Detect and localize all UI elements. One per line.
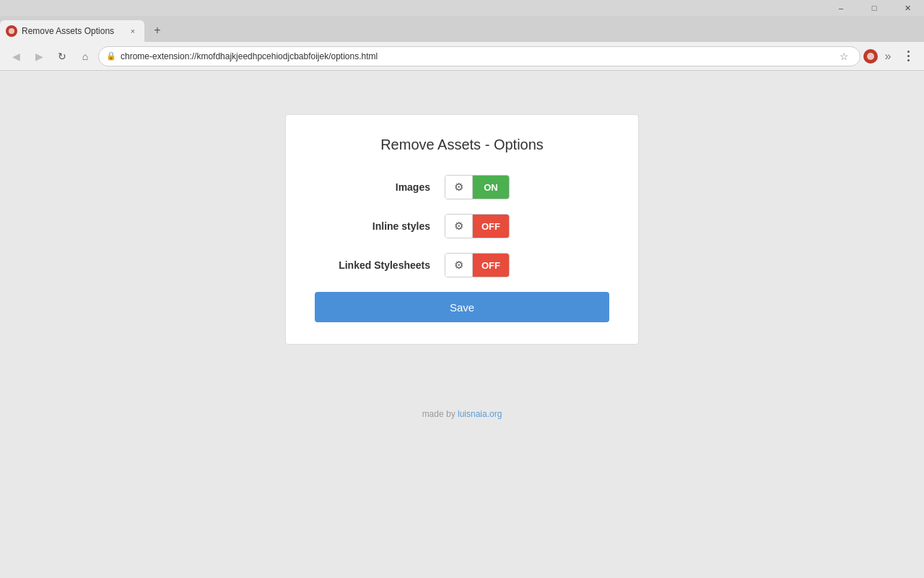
images-gear-button[interactable]: ⚙ bbox=[445, 176, 473, 199]
back-button[interactable]: ◀ bbox=[6, 46, 26, 66]
minimize-button[interactable]: – bbox=[824, 0, 858, 16]
inline-styles-gear-button[interactable]: ⚙ bbox=[445, 215, 473, 238]
footer-link[interactable]: luisnaia.org bbox=[458, 409, 502, 419]
images-toggle-group: ⚙ ON bbox=[445, 175, 510, 199]
tab-title: Remove Assets Options bbox=[22, 26, 123, 36]
tab-favicon bbox=[6, 25, 17, 37]
inline-styles-toggle-group: ⚙ OFF bbox=[445, 214, 510, 238]
lock-icon: 🔒 bbox=[106, 51, 116, 61]
extensions-more-icon[interactable]: » bbox=[879, 48, 897, 65]
inline-styles-toggle-button[interactable]: OFF bbox=[473, 215, 509, 238]
address-bar[interactable]: 🔒 chrome-extension://kmofdhajkjeedhpcehi… bbox=[98, 46, 860, 66]
linked-stylesheets-label: Linked Stylesheets bbox=[315, 259, 430, 271]
images-toggle-button[interactable]: ON bbox=[473, 176, 509, 199]
home-button[interactable]: ⌂ bbox=[75, 46, 95, 66]
browser-frame: – □ ✕ Remove Assets Options × + ◀ ▶ ↻ ⌂ … bbox=[0, 0, 924, 578]
toolbar: ◀ ▶ ↻ ⌂ 🔒 chrome-extension://kmofdhajkje… bbox=[0, 42, 924, 71]
page-content: Remove Assets - Options Images ⚙ ON Inli… bbox=[0, 71, 924, 578]
address-text: chrome-extension://kmofdhajkjeedhpcehiod… bbox=[121, 51, 831, 61]
new-tab-button[interactable]: + bbox=[147, 20, 167, 40]
option-row-inline-styles: Inline styles ⚙ OFF bbox=[315, 214, 609, 238]
options-card: Remove Assets - Options Images ⚙ ON Inli… bbox=[285, 114, 639, 345]
option-row-linked-stylesheets: Linked Stylesheets ⚙ OFF bbox=[315, 253, 609, 277]
dot-3 bbox=[907, 59, 910, 61]
reload-button[interactable]: ↻ bbox=[52, 46, 72, 66]
chrome-menu-button[interactable] bbox=[898, 46, 918, 66]
toolbar-right: » bbox=[863, 46, 918, 66]
linked-stylesheets-toggle-group: ⚙ OFF bbox=[445, 253, 510, 277]
linked-stylesheets-gear-button[interactable]: ⚙ bbox=[445, 254, 473, 277]
title-bar-controls: – □ ✕ bbox=[824, 0, 924, 16]
bookmark-star-icon[interactable]: ☆ bbox=[835, 48, 853, 65]
active-tab[interactable]: Remove Assets Options × bbox=[0, 20, 144, 42]
footer-prefix: made by bbox=[422, 409, 458, 419]
maximize-button[interactable]: □ bbox=[858, 0, 891, 16]
title-bar: – □ ✕ bbox=[0, 0, 924, 16]
inline-styles-label: Inline styles bbox=[315, 220, 430, 232]
forward-button[interactable]: ▶ bbox=[29, 46, 49, 66]
page-title: Remove Assets - Options bbox=[315, 137, 609, 153]
dot-1 bbox=[907, 51, 910, 53]
close-button[interactable]: ✕ bbox=[891, 0, 924, 16]
tab-close-button[interactable]: × bbox=[127, 25, 139, 37]
tab-bar: Remove Assets Options × + bbox=[0, 16, 924, 42]
save-button[interactable]: Save bbox=[315, 292, 609, 322]
images-label: Images bbox=[315, 181, 430, 193]
extension-icon[interactable] bbox=[863, 49, 878, 64]
option-row-images: Images ⚙ ON bbox=[315, 175, 609, 199]
dots-icon bbox=[907, 51, 910, 61]
footer: made by luisnaia.org bbox=[0, 408, 924, 419]
dot-2 bbox=[907, 55, 910, 57]
linked-stylesheets-toggle-button[interactable]: OFF bbox=[473, 254, 509, 277]
